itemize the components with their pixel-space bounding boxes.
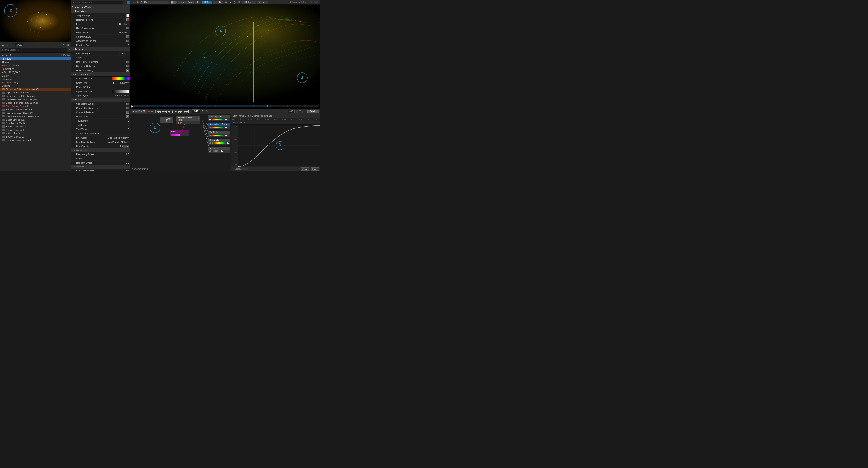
node-soft-glows[interactable]: Soft Glows — [208, 147, 230, 153]
deflector-button[interactable]: + Deflector — [242, 1, 256, 4]
play-forward-btn[interactable]: ▶▶ — [178, 110, 183, 113]
rotate-icon[interactable]: ● — [228, 1, 232, 4]
library-item-super-fireworks[interactable]: Super Fireworks Party 01 (mb) — [0, 101, 71, 104]
camera-icon[interactable]: ▣ — [66, 43, 70, 47]
skip-end-btn[interactable]: ▶▶▌ — [184, 110, 190, 113]
section-color-alpha[interactable]: ▼ Color / Alpha — [71, 72, 130, 76]
play-icon[interactable]: ▶ — [131, 104, 134, 108]
library-item-smoke-column-05[interactable]: Smoke Column 05 — [0, 128, 71, 132]
select-icon[interactable]: ▢ — [233, 1, 236, 4]
connect-emitter-checkbox[interactable] — [126, 103, 129, 105]
frame-display[interactable]: 143 — [192, 109, 200, 113]
library-item-new-fireworks[interactable]: New Fireworks Burst 03a (mb) — [0, 98, 71, 101]
node-skinny-long-trails[interactable]: Skinny Long Trails N — [208, 123, 230, 129]
node-geometric-flow[interactable]: Geometric Flow Fluid ⚠ — [176, 116, 200, 124]
library-item-sampler[interactable]: _Sampler — [0, 57, 71, 60]
color-type-dropdown[interactable]: Full Gradient ▼ — [113, 81, 129, 84]
color-over-life-bar[interactable] — [112, 77, 129, 80]
section-properties[interactable]: ▼ Properties — [71, 9, 130, 13]
library-item-custom[interactable]: Custom — [0, 84, 71, 88]
m-blur-button[interactable]: M-Blur — [203, 1, 212, 4]
line-opacity-nudge[interactable]: ◀ ▶ — [123, 145, 129, 147]
blend-mode-dropdown[interactable]: Normal ▼ — [119, 31, 129, 34]
library-item-sparkles-smoke[interactable]: sparkles smoke 10a (mb?) — [0, 111, 71, 115]
node-graph[interactable]: 6 — [130, 114, 231, 171]
library-item-sparks-variations[interactable]: Sparks variations 05 (mb) — [0, 108, 71, 111]
bounce-icon[interactable]: ⇆ — [206, 110, 209, 113]
library-item-cartoon[interactable]: Cartoon — [0, 74, 71, 77]
section-lines[interactable]: ▼ Lines — [71, 98, 130, 102]
list-view-icon[interactable]: ☰ — [1, 53, 4, 56]
use-emitter-checkbox[interactable] — [126, 61, 129, 63]
grid-view-icon[interactable]: ■ — [9, 53, 12, 56]
node-fat-trails[interactable]: Fat Trails N — [208, 131, 230, 137]
menu-icon[interactable]: ☰ — [1, 43, 5, 47]
skip-start-btn[interactable]: ▌◀◀ — [154, 110, 161, 113]
section-appearance[interactable]: Appearance — [71, 165, 130, 169]
library-item-fireworks-burst[interactable]: Fireworks burst 06a tintable — [0, 94, 71, 98]
stop-btn[interactable]: ▮ — [171, 110, 174, 113]
autokey-arrow-icon[interactable]: ▶ — [151, 110, 153, 112]
library-item-spark-flare[interactable]: Spark Flare with Smoke 04 (mb) — [0, 115, 71, 118]
play-btn[interactable]: ▶ — [174, 110, 177, 113]
params-search-input[interactable] — [72, 1, 123, 4]
autokey-diamond-icon[interactable]: ◆ — [148, 110, 150, 113]
nudge-left[interactable]: ◀ — [123, 145, 126, 147]
save-button[interactable]: Save — [301, 167, 309, 171]
library-item-ben2023[interactable]: Ben 2023_5 03 — [0, 71, 71, 74]
autokey-button[interactable]: Auto-Key Off — [132, 110, 147, 113]
3d-button[interactable]: 3D — [195, 1, 201, 4]
library-item-sparky-clouds[interactable]: Sparky Clouds 01 — [0, 135, 71, 138]
node-layer1[interactable]: Layer 1 — [160, 117, 173, 123]
params-search-clear-icon[interactable]: ✕ — [124, 1, 126, 4]
detail-view-icon[interactable]: ☷ — [5, 53, 8, 56]
particle-angle-dropdown[interactable]: Specify ▼ — [119, 52, 129, 55]
library-item-wall-of-fire[interactable]: Wall of fire 2a — [0, 132, 71, 135]
attached-emitter-checkbox[interactable] — [126, 40, 129, 42]
grid-icon[interactable]: ☷ — [5, 43, 9, 47]
move-icon[interactable]: ✚ — [224, 1, 227, 4]
library-item-custom-copy[interactable]: Custom Copy — [0, 81, 71, 84]
hud-button[interactable]: H.U.D. — [213, 1, 223, 4]
favorites-label[interactable]: Favorites — [61, 54, 70, 56]
library-item-meteor-trail[interactable]: New Meteor Trail 01 — [0, 122, 71, 125]
single-particle-checkbox[interactable] — [126, 35, 129, 38]
curve-canvas[interactable]: 5 — [238, 125, 320, 167]
force-button[interactable]: + Force — [257, 1, 268, 4]
library-item-steamy-smoke[interactable]: Steamy smoke column 01 — [0, 138, 71, 142]
draw-trails-checkbox[interactable] — [126, 115, 129, 118]
zoom-input[interactable] — [140, 1, 169, 4]
search-clear-icon[interactable]: ✕ — [68, 48, 70, 51]
step-back-btn[interactable]: ◀ — [167, 110, 170, 113]
view-icon[interactable]: ▢ — [10, 43, 14, 47]
zoom-in-icon[interactable]: + — [249, 168, 251, 171]
uniform-spacing-checkbox[interactable] — [126, 69, 129, 72]
node-leading-dots[interactable]: Leading Dots — [208, 115, 230, 121]
library-item-background[interactable]: Background — [0, 67, 71, 71]
params-blue-button[interactable] — [127, 1, 130, 4]
library-item-an-old-library[interactable]: An Old Library — [0, 64, 71, 67]
alpha-type-dropdown[interactable]: Link to Color ▼ — [114, 94, 129, 97]
library-item-abstract[interactable]: Abstract — [0, 60, 71, 64]
mipmapping-checkbox[interactable] — [126, 27, 129, 30]
section-turbulence[interactable]: Turbulence Field — [71, 148, 130, 152]
section-behavior[interactable]: ▼ Behavior — [71, 47, 130, 51]
library-item-creatures[interactable]: Creatures — [0, 77, 71, 81]
connect-particles-checkbox[interactable] — [126, 111, 129, 113]
zoom-input[interactable]: 200% — [15, 43, 23, 46]
zoom-out-icon[interactable]: − — [233, 168, 234, 171]
timeline-bar[interactable] — [134, 105, 319, 107]
library-item-smoke-column-04a[interactable]: Smoke Column 04a — [0, 125, 71, 128]
load-button[interactable]: Load — [311, 167, 319, 171]
lock-size-aspect-checkbox[interactable] — [126, 170, 129, 171]
presets-label[interactable]: Presets — [132, 1, 139, 3]
library-search-input[interactable] — [1, 48, 67, 52]
connect-birth-checkbox[interactable] — [126, 107, 129, 109]
loop-icon[interactable]: ↻ — [202, 110, 205, 113]
library-item-bang-sparks[interactable]: Bang Sparks 01a (mb) — [0, 104, 71, 108]
node-force1[interactable]: Force 1 ⚠ — [170, 130, 189, 136]
curve-zoom-slider[interactable] — [236, 168, 248, 170]
reference-point-color[interactable] — [126, 19, 129, 21]
node-flowing-dots[interactable]: Flowing Dots — [208, 139, 230, 145]
shape-image-color[interactable] — [126, 14, 129, 17]
